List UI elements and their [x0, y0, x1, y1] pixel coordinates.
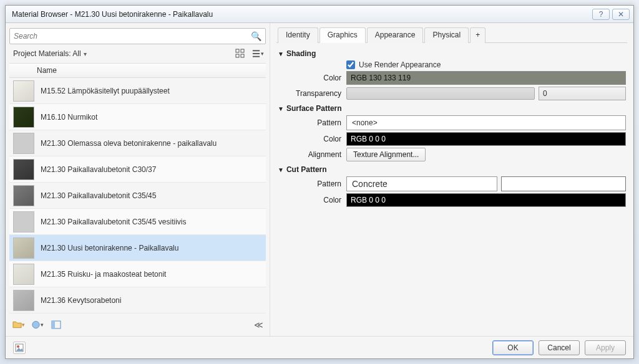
label-surface-color: Color	[278, 135, 346, 143]
material-swatch	[13, 185, 34, 206]
section-cut-pattern[interactable]: ▼ Cut Pattern	[278, 165, 626, 174]
right-panel: Identity Graphics Appearance Physical + …	[270, 23, 633, 336]
apply-button[interactable]: Apply	[585, 340, 626, 355]
view-list-button[interactable]: ▾	[251, 47, 265, 60]
surface-color-field[interactable]: RGB 0 0 0	[346, 132, 626, 146]
collapse-icon: ▼	[278, 166, 284, 173]
material-name: M15.52 Lämpökäsitellyt puupäällysteet	[41, 87, 170, 95]
material-name: M21.36 Kevytsorabetoni	[41, 296, 121, 305]
material-row[interactable]: M15.52 Lämpökäsitellyt puupäällysteet	[9, 78, 266, 104]
shading-color-field[interactable]: RGB 130 133 119	[346, 71, 626, 85]
label-color: Color	[278, 74, 346, 82]
svg-rect-1	[241, 49, 244, 52]
svg-rect-2	[236, 54, 239, 57]
material-name: M21.30 Olemassa oleva betonirakenne - pa…	[41, 139, 217, 148]
svg-point-7	[32, 321, 39, 328]
titlebar: Material Browser - M21.30 Uusi betonirak…	[6, 6, 633, 23]
material-row[interactable]: M16.10 Nurmikot	[9, 104, 266, 130]
tab-graphics[interactable]: Graphics	[320, 27, 366, 43]
close-button[interactable]: ✕	[612, 9, 630, 20]
material-name: M21.35 Ruisku- ja maakosteat betonit	[41, 270, 166, 279]
svg-rect-9	[52, 321, 55, 328]
texture-alignment-button[interactable]: Texture Alignment...	[346, 148, 426, 161]
tab-appearance[interactable]: Appearance	[367, 27, 424, 43]
label-transparency: Transparency	[278, 89, 346, 98]
left-panel: 🔍 Project Materials: All ▾ ▾ Name M15.52…	[6, 23, 270, 336]
material-row[interactable]: M21.30 Paikallavalubetonit C35/45 vesiti…	[9, 209, 266, 235]
svg-rect-3	[241, 54, 244, 57]
cut-color-field[interactable]: RGB 0 0 0	[346, 193, 626, 207]
material-name: M21.30 Paikallavalubetonit C35/45 vesiti…	[41, 218, 186, 226]
material-row[interactable]: M21.36 Kevytsorabetoni	[9, 287, 266, 314]
transparency-slider[interactable]	[346, 87, 535, 100]
view-grid-button[interactable]	[233, 47, 247, 60]
library-button[interactable]: ▾	[12, 318, 26, 332]
surface-pattern-field[interactable]: <none>	[346, 115, 626, 130]
tab-identity[interactable]: Identity	[278, 27, 318, 43]
material-swatch	[13, 211, 34, 232]
material-row[interactable]: M21.30 Olemassa oleva betonirakenne - pa…	[9, 130, 266, 156]
window-title: Material Browser - M21.30 Uusi betonirak…	[12, 10, 590, 19]
material-name: M16.10 Nurmikot	[41, 113, 97, 122]
tab-physical[interactable]: Physical	[424, 27, 469, 43]
material-swatch	[13, 237, 34, 259]
label-alignment: Alignment	[278, 150, 346, 159]
section-surface-pattern[interactable]: ▼ Surface Pattern	[278, 104, 626, 113]
material-name: M21.30 Paikallavalubetonit C35/45	[41, 191, 156, 200]
label-cut-color: Color	[278, 196, 346, 204]
cancel-button[interactable]: Cancel	[539, 340, 580, 355]
chevron-down-icon: ▾	[84, 50, 87, 57]
search-box[interactable]: 🔍	[9, 28, 266, 44]
material-row[interactable]: M21.30 Paikallavalubetonit C30/37	[9, 156, 266, 183]
material-swatch	[13, 133, 34, 154]
material-swatch	[13, 80, 34, 102]
material-row[interactable]: M21.30 Paikallavalubetonit C35/45	[9, 183, 266, 209]
material-row[interactable]: M21.35 Ruisku- ja maakosteat betonit	[9, 261, 266, 287]
material-row[interactable]: M21.30 Uusi betonirakenne - Paikallavalu	[9, 235, 266, 261]
cut-pattern-preview	[501, 176, 626, 191]
cut-pattern-field[interactable]: Concrete	[346, 176, 497, 191]
collapse-icon[interactable]: ≪	[254, 320, 263, 330]
material-swatch	[13, 264, 34, 285]
help-button[interactable]: ?	[592, 9, 610, 20]
material-browser-window: Material Browser - M21.30 Uusi betonirak…	[5, 5, 634, 359]
material-name: M21.30 Paikallavalubetonit C30/37	[41, 165, 156, 174]
bottom-bar: OK Cancel Apply	[6, 336, 633, 358]
material-name: M21.30 Uusi betonirakenne - Paikallavalu	[41, 244, 178, 252]
use-render-appearance-checkbox[interactable]: Use Render Appearance	[346, 60, 441, 69]
side-panel-button[interactable]	[49, 318, 63, 332]
material-swatch	[13, 290, 34, 311]
ok-button[interactable]: OK	[492, 340, 534, 355]
download-button[interactable]: ▾	[31, 318, 44, 332]
material-swatch	[13, 159, 34, 180]
material-swatch	[13, 107, 34, 128]
search-input[interactable]	[14, 32, 251, 41]
label-surface-pattern: Pattern	[278, 118, 346, 127]
tab-add[interactable]: +	[470, 27, 485, 43]
collapse-icon: ▼	[278, 105, 284, 112]
filter-label[interactable]: Project Materials: All ▾	[11, 49, 230, 58]
list-header: Name	[9, 63, 266, 78]
tabs: Identity Graphics Appearance Physical +	[276, 27, 627, 43]
render-asset-icon[interactable]	[13, 342, 26, 354]
collapse-icon: ▼	[278, 50, 284, 57]
svg-rect-0	[236, 49, 239, 52]
section-shading[interactable]: ▼ Shading	[278, 49, 626, 58]
transparency-value[interactable]: 0	[539, 87, 626, 100]
svg-point-11	[17, 345, 19, 348]
materials-list: M15.52 Lämpökäsitellyt puupäällysteetM16…	[9, 78, 266, 316]
label-cut-pattern: Pattern	[278, 180, 346, 188]
search-icon: 🔍	[251, 31, 261, 41]
